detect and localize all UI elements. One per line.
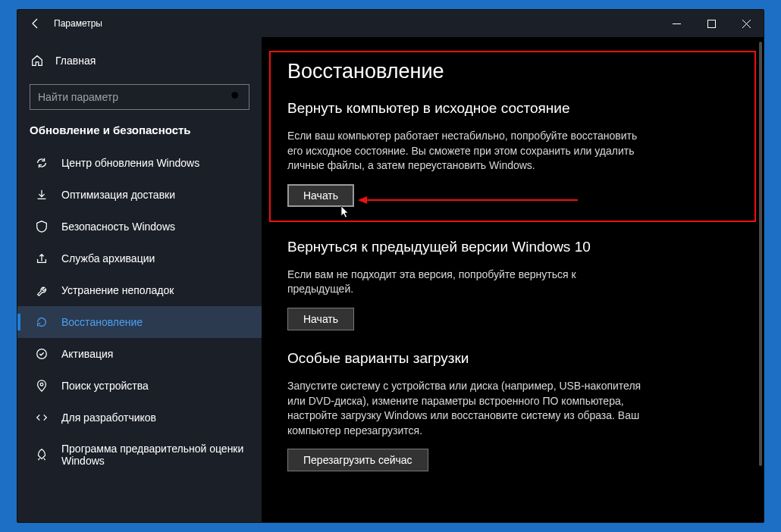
- minimize-button[interactable]: [659, 10, 694, 37]
- search-input[interactable]: Найти параметр: [30, 84, 249, 110]
- sidebar-item-label: Активация: [61, 348, 249, 360]
- download-icon: [34, 188, 49, 202]
- advanced-section-heading: Особые варианты загрузки: [287, 350, 738, 367]
- sidebar-item-label: Для разработчиков: [61, 412, 249, 424]
- sidebar-item-insider-program[interactable]: Программа предварительной оценки Windows: [17, 433, 262, 476]
- page-heading: Восстановление: [287, 60, 738, 83]
- location-icon: [34, 379, 49, 393]
- svg-point-3: [40, 383, 43, 386]
- sidebar-item-troubleshoot[interactable]: Устранение неполадок: [17, 274, 262, 306]
- home-icon: [30, 54, 45, 67]
- shield-icon: [34, 220, 49, 233]
- code-icon: [34, 411, 49, 424]
- scrollbar[interactable]: [759, 42, 762, 518]
- maximize-button[interactable]: [694, 10, 729, 37]
- sidebar-item-delivery-optimization[interactable]: Оптимизация доставки: [17, 179, 262, 211]
- sidebar-item-label: Оптимизация доставки: [61, 189, 249, 201]
- goback-section-heading: Вернуться к предыдущей версии Windows 10: [287, 239, 738, 255]
- sidebar-item-label: Служба архивации: [61, 252, 249, 264]
- sidebar-item-backup[interactable]: Служба архивации: [17, 243, 262, 274]
- sidebar-item-for-developers[interactable]: Для разработчиков: [17, 402, 262, 433]
- wrench-icon: [34, 283, 49, 297]
- sidebar: Главная Найти параметр Обновление и безо…: [17, 37, 262, 522]
- sidebar-home-label: Главная: [55, 55, 96, 67]
- sidebar-item-windows-security[interactable]: Безопасность Windows: [17, 211, 262, 243]
- back-button[interactable]: [17, 10, 54, 37]
- sidebar-item-windows-update[interactable]: Центр обновления Windows: [17, 147, 262, 179]
- window-title: Параметры: [54, 18, 102, 29]
- sidebar-item-activation[interactable]: Активация: [17, 338, 262, 370]
- search-placeholder: Найти параметр: [38, 91, 231, 103]
- goback-start-button[interactable]: Начать: [287, 308, 354, 330]
- goback-section-text: Если вам не подходит эта версия, попробу…: [287, 268, 644, 297]
- sidebar-item-label: Восстановление: [61, 316, 249, 328]
- svg-rect-0: [707, 20, 715, 27]
- reset-start-button[interactable]: Начать: [287, 184, 354, 207]
- sync-icon: [34, 156, 49, 170]
- svg-point-2: [37, 349, 47, 359]
- settings-window: Параметры Главная Найти параметр: [17, 9, 764, 523]
- sidebar-item-label: Безопасность Windows: [61, 221, 249, 233]
- annotation-highlight: Восстановление Вернуть компьютер в исход…: [269, 51, 756, 222]
- backup-icon: [34, 252, 49, 265]
- main-panel: Восстановление Вернуть компьютер в исход…: [262, 37, 764, 522]
- goback-section: Вернуться к предыдущей версии Windows 10…: [269, 239, 756, 330]
- restart-now-button[interactable]: Перезагрузить сейчас: [287, 449, 428, 471]
- sidebar-nav: Центр обновления Windows Оптимизация дос…: [17, 147, 262, 476]
- sidebar-item-label: Поиск устройства: [61, 380, 249, 392]
- advanced-startup-section: Особые варианты загрузки Запустите систе…: [269, 350, 756, 471]
- close-button[interactable]: [729, 10, 764, 37]
- scrollbar-thumb[interactable]: [759, 42, 762, 466]
- sidebar-section-title: Обновление и безопасность: [17, 124, 262, 136]
- reset-section-heading: Вернуть компьютер в исходное состояние: [287, 100, 738, 117]
- annotation-arrow: [365, 199, 578, 201]
- check-circle-icon: [34, 347, 49, 361]
- sidebar-home[interactable]: Главная: [17, 48, 262, 74]
- advanced-section-text: Запустите систему с устройства или диска…: [287, 379, 644, 438]
- sidebar-item-label: Центр обновления Windows: [61, 157, 249, 169]
- cursor-icon: [340, 205, 350, 219]
- sidebar-item-find-device[interactable]: Поиск устройства: [17, 370, 262, 402]
- svg-point-1: [231, 92, 238, 99]
- sidebar-item-label: Устранение неполадок: [61, 284, 249, 296]
- recovery-icon: [34, 315, 49, 329]
- reset-section-text: Если ваш компьютер работает нестабильно,…: [287, 129, 644, 174]
- sidebar-item-recovery[interactable]: Восстановление: [17, 306, 262, 338]
- sidebar-item-label: Программа предварительной оценки Windows: [61, 443, 249, 467]
- rocket-icon: [34, 448, 49, 462]
- titlebar: Параметры: [17, 10, 764, 37]
- search-icon: [231, 91, 241, 104]
